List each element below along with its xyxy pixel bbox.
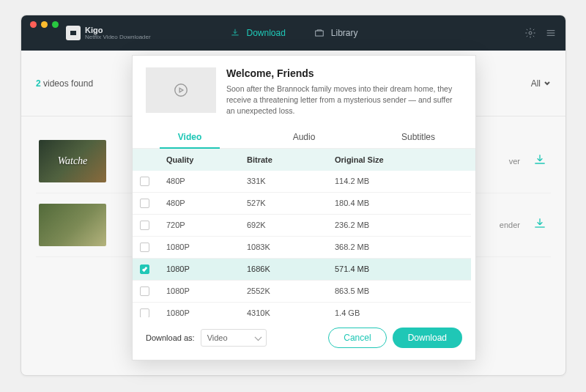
col-size: Original Size [335,155,468,164]
tab-subtitles[interactable]: Subtitles [361,125,475,148]
cell-bitrate: 331K [247,177,335,185]
download-options-dialog: Welcome, Friends Soon after the Brannock… [132,55,476,360]
filter-value: All [531,78,541,89]
table-row[interactable]: 1080P4310K1.4 GB [133,303,471,317]
cell-quality: 480P [166,199,247,207]
chevron-down-icon [544,80,551,87]
svg-point-1 [529,32,532,34]
dialog-description: Soon after the Brannock family moves int… [226,84,462,117]
cell-size: 180.4 MB [335,199,464,207]
brand: Kigo Netflix Video Downloader [66,26,151,41]
gear-icon[interactable] [524,27,536,39]
download-row-button[interactable] [532,152,548,170]
cell-quality: 1080P [166,286,247,295]
cell-quality: 480P [166,177,247,185]
results-count: 2 videos found [36,78,93,89]
row-checkbox[interactable] [140,243,149,252]
cell-size: 1.4 GB [335,308,464,317]
cell-size: 236.2 MB [335,221,464,229]
table-row[interactable]: 1080P1083K368.2 MB [133,237,471,259]
cell-size: 863.5 MB [335,286,464,295]
zoom-window-button[interactable] [52,21,59,28]
svg-point-2 [175,84,188,97]
cell-bitrate: 692K [247,221,335,229]
result-meta: ver [509,157,520,166]
play-icon [173,82,189,98]
col-bitrate: Bitrate [247,155,335,164]
results-count-number: 2 [36,78,41,89]
row-checkbox[interactable] [140,177,149,186]
nav-library-label: Library [331,28,358,38]
cell-bitrate: 2552K [247,286,335,295]
quality-table: Quality Bitrate Original Size 480P331K11… [133,149,475,317]
download-row-button[interactable] [532,216,548,234]
download-as-select[interactable]: Video [201,329,267,347]
row-checkbox[interactable] [140,286,149,296]
dialog-tabs: Video Audio Subtitles [133,125,475,149]
cell-quality: 1080P [166,243,247,251]
cell-bitrate: 1686K [247,265,335,273]
minimize-window-button[interactable] [41,21,48,28]
tab-audio[interactable]: Audio [247,125,361,148]
main-nav: Download Library [229,28,357,38]
brand-logo-icon [66,26,81,40]
row-checkbox[interactable] [140,221,149,230]
tab-video[interactable]: Video [133,125,247,148]
filter-dropdown[interactable]: All [531,78,551,89]
cell-bitrate: 527K [247,199,335,207]
window-controls [30,21,59,28]
table-row[interactable]: 1080P2552K863.5 MB [133,281,471,303]
cell-quality: 1080P [166,308,247,317]
cell-bitrate: 4310K [247,308,335,317]
download-as-label: Download as: [146,333,195,342]
svg-rect-0 [316,31,324,36]
download-as-value: Video [207,333,228,342]
brand-name: Kigo [85,26,151,34]
library-icon [314,28,325,38]
download-icon [229,28,240,38]
topbar-actions [524,27,557,39]
cell-size: 368.2 MB [335,243,464,251]
close-window-button[interactable] [30,21,37,28]
table-row[interactable]: 1080P1686K571.4 MB [133,259,471,281]
table-header: Quality Bitrate Original Size [133,149,475,171]
row-checkbox[interactable] [140,308,149,317]
menu-icon[interactable] [545,27,557,39]
table-row[interactable]: 720P692K236.2 MB [133,215,471,237]
cell-size: 571.4 MB [335,265,464,273]
dialog-header: Welcome, Friends Soon after the Brannock… [133,56,475,125]
nav-download[interactable]: Download [229,28,285,38]
dialog-title: Welcome, Friends [226,67,462,79]
row-checkbox[interactable] [140,199,149,208]
table-row[interactable]: 480P331K114.2 MB [133,171,471,193]
result-meta: ender [500,221,520,229]
dialog-thumbnail [146,67,216,113]
cell-size: 114.2 MB [335,177,464,185]
cancel-button[interactable]: Cancel [328,328,386,348]
cell-quality: 720P [166,221,247,229]
table-body[interactable]: 480P331K114.2 MB480P527K180.4 MB720P692K… [133,171,475,317]
col-quality: Quality [166,155,247,164]
cell-bitrate: 1083K [247,243,335,251]
dialog-footer: Download as: Video Cancel Download [133,317,475,360]
titlebar: Kigo Netflix Video Downloader Download L… [21,15,565,51]
brand-subtitle: Netflix Video Downloader [85,34,151,41]
result-thumbnail[interactable] [39,204,106,246]
cell-quality: 1080P [166,265,247,273]
row-checkbox[interactable] [140,265,149,274]
download-button[interactable]: Download [393,328,462,348]
result-thumbnail[interactable]: Watche [39,140,106,182]
table-row[interactable]: 480P527K180.4 MB [133,193,471,215]
nav-library[interactable]: Library [314,28,358,38]
results-count-label: videos found [43,78,93,89]
nav-download-label: Download [246,28,285,38]
